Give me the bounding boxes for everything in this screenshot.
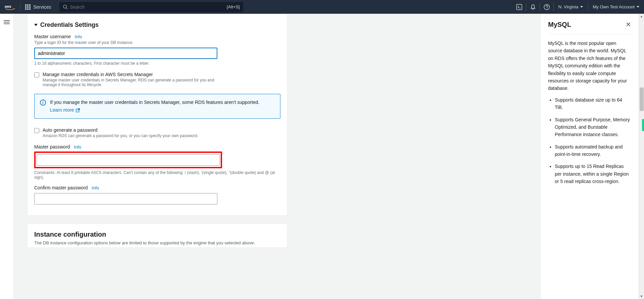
svg-rect-6	[29, 6, 31, 8]
page-scrollbar[interactable]: ▲ ▼	[639, 14, 644, 299]
svg-rect-2	[27, 4, 29, 6]
search-box[interactable]: [Alt+S]	[59, 2, 243, 12]
svg-rect-1	[25, 4, 26, 6]
help-button[interactable]	[540, 0, 553, 14]
master-password-input[interactable]	[37, 154, 220, 166]
autogen-password-desc: Amazon RDS can generate a password for y…	[43, 133, 198, 138]
svg-line-11	[66, 8, 67, 9]
master-password-field: Master password Info Constraints: At lea…	[34, 144, 280, 180]
instance-config-panel: Instance configuration The DB instance c…	[27, 224, 287, 248]
help-feature-list: Supports database size up to 64 TiB. Sup…	[548, 96, 631, 185]
help-bullet: Supports General Purpose, Memory Optimiz…	[555, 116, 631, 138]
page-body: Credentials Settings Master username Inf…	[0, 14, 644, 299]
search-icon	[63, 4, 68, 9]
left-rail	[0, 14, 14, 299]
notifications-button[interactable]	[526, 0, 540, 14]
caret-down-icon	[580, 6, 583, 8]
svg-text:aws: aws	[5, 4, 11, 8]
scroll-up-arrow[interactable]: ▲	[639, 14, 644, 19]
secrets-info-alert: i If you manage the master user credenti…	[34, 94, 280, 119]
info-link[interactable]: Info	[75, 34, 82, 39]
caret-down-icon	[637, 6, 639, 8]
help-bullet: Supports up to 15 Read Replicas per inst…	[555, 163, 631, 185]
instance-config-subtitle: The DB instance configuration options be…	[34, 240, 280, 245]
scroll-thumb[interactable]	[640, 87, 644, 111]
learn-more-label: Learn more	[50, 107, 74, 114]
help-bullet: Supports database size up to 64 TiB.	[555, 96, 631, 111]
master-username-field: Master username Info Type a login ID for…	[34, 34, 280, 66]
credentials-header[interactable]: Credentials Settings	[34, 21, 280, 28]
account-selector[interactable]: My Own Test Account	[588, 0, 644, 14]
sidebar-toggle[interactable]	[4, 19, 10, 299]
instance-config-title: Instance configuration	[34, 231, 280, 238]
help-icon	[544, 4, 550, 10]
search-input[interactable]	[70, 4, 227, 10]
services-label: Services	[33, 4, 51, 10]
feedback-tab[interactable]	[642, 119, 644, 131]
master-username-input[interactable]	[34, 48, 217, 59]
cloudshell-icon	[516, 4, 522, 10]
services-button[interactable]: Services	[20, 0, 56, 14]
help-panel: MySQL ✕ MySQL is the most popular open s…	[540, 14, 639, 299]
cloudshell-button[interactable]	[513, 0, 526, 14]
secrets-manager-option: Manage master credentials in AWS Secrets…	[34, 72, 280, 87]
confirm-password-input[interactable]	[34, 193, 217, 204]
autogen-password-option: Auto generate a password Amazon RDS can …	[34, 127, 280, 138]
main-content: Credentials Settings Master username Inf…	[14, 14, 540, 299]
info-alert-text: If you manage the master user credential…	[50, 100, 259, 105]
account-label: My Own Test Account	[593, 4, 635, 9]
svg-point-14	[544, 4, 549, 10]
aws-logo[interactable]: aws	[0, 0, 20, 14]
credentials-panel: Credentials Settings Master username Inf…	[27, 14, 287, 216]
help-panel-title: MySQL	[548, 21, 571, 28]
bell-icon	[530, 4, 536, 10]
svg-point-15	[546, 8, 547, 9]
master-username-constraint: 1 to 16 alphanumeric characters. First c…	[34, 61, 280, 66]
svg-rect-3	[29, 4, 31, 6]
highlighted-password-box	[34, 152, 222, 168]
help-description: MySQL is the most popular open source da…	[548, 40, 631, 92]
help-bullet: Supports automated backup and point-in-t…	[555, 143, 631, 158]
learn-more-link[interactable]: Learn more	[50, 107, 80, 114]
secrets-manager-label: Manage master credentials in AWS Secrets…	[43, 72, 217, 77]
grid-icon	[25, 4, 31, 10]
master-password-constraint: Constraints: At least 8 printable ASCII …	[34, 170, 279, 180]
help-body: MySQL is the most popular open source da…	[548, 40, 631, 185]
collapse-icon	[34, 24, 38, 26]
region-selector[interactable]: N. Virginia	[554, 0, 588, 14]
info-icon: i	[40, 100, 46, 106]
confirm-password-field: Confirm master password Info	[34, 185, 280, 204]
autogen-password-checkbox[interactable]	[34, 128, 39, 133]
info-link[interactable]: Info	[74, 144, 82, 150]
master-username-label: Master username	[34, 34, 71, 39]
svg-rect-5	[27, 6, 29, 8]
confirm-password-label: Confirm master password	[34, 185, 88, 190]
help-close-button[interactable]: ✕	[626, 20, 631, 28]
secrets-manager-desc: Manage master user credentials in Secret…	[43, 78, 217, 87]
svg-point-10	[63, 5, 66, 8]
search-shortcut: [Alt+S]	[227, 4, 240, 9]
topnav-left: aws Services [Alt+S]	[0, 0, 243, 14]
region-label: N. Virginia	[558, 4, 579, 9]
scroll-down-arrow[interactable]: ▼	[639, 294, 644, 299]
svg-rect-7	[25, 8, 26, 10]
master-password-label: Master password	[34, 144, 70, 150]
svg-rect-9	[29, 8, 31, 10]
info-link[interactable]: Info	[92, 185, 99, 190]
svg-rect-8	[27, 8, 29, 10]
external-link-icon	[75, 108, 80, 113]
svg-line-17	[77, 108, 79, 110]
top-navigation: aws Services [Alt+S] N. Virginia	[0, 0, 644, 14]
autogen-password-label: Auto generate a password	[43, 127, 198, 133]
section-title: Credentials Settings	[40, 21, 99, 28]
secrets-manager-checkbox[interactable]	[34, 72, 39, 77]
svg-rect-4	[25, 6, 26, 8]
master-username-help: Type a login ID for the master user of y…	[34, 40, 280, 45]
topnav-right: N. Virginia My Own Test Account	[513, 0, 644, 14]
